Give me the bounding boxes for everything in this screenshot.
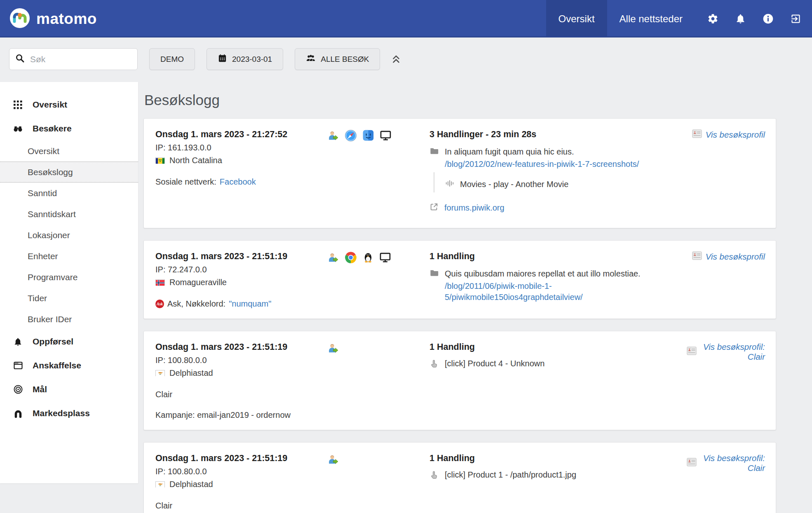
sidebar-item-sanntidskart[interactable]: Sanntidskart [0, 204, 138, 225]
visit-datetime: Onsdag 1. mars 2023 - 21:51:19 [155, 453, 326, 464]
marketplace-arch-icon [12, 408, 23, 418]
pageview-event: Quis quibusdam maiores repellat et aut i… [429, 268, 687, 303]
click-event-text: [click] Product 4 - Unknown [445, 359, 544, 368]
visitor-device-icons [326, 342, 429, 420]
sidebar-item-enheter[interactable]: Enheter [0, 246, 138, 267]
sidebar-item-label: Besøkslogg [28, 167, 73, 177]
visit-card: Onsdag 1. mars 2023 - 21:27:52 IP: 161.1… [143, 118, 776, 228]
sidebar-item-label: Markedsplass [33, 408, 90, 418]
returning-visitor-icon [326, 251, 339, 266]
sidebar-item-bruker-ider[interactable]: Bruker IDer [0, 309, 138, 330]
folder-icon [429, 146, 439, 158]
visit-info: Onsdag 1. mars 2023 - 21:51:19 IP: 72.24… [155, 251, 326, 309]
click-event-text: [click] Product 1 - /path/product1.jpg [445, 470, 576, 480]
sidebar-item-besokere-oversikt[interactable]: Oversikt [0, 141, 138, 162]
actions-summary: 1 Handling [429, 342, 687, 352]
tab-label: Alle nettsteder [620, 13, 683, 25]
external-link-icon [429, 202, 439, 213]
sidebar-item-label: Programvare [28, 272, 77, 282]
sidebar-item-oversikt[interactable]: Oversikt [0, 93, 138, 117]
visitor-device-icons [326, 453, 429, 513]
visit-info: Onsdag 1. mars 2023 - 21:51:19 IP: 100.8… [155, 453, 326, 513]
id-card-icon [687, 458, 697, 468]
visit-ip: IP: 100.80.0.0 [155, 356, 326, 365]
sidebar-item-label: Mål [33, 384, 47, 394]
sidebar-item-label: Anskaffelse [33, 361, 81, 370]
visit-referrer: Sosiale nettverk: Facebook [155, 177, 326, 187]
visitor-profile-label: Vis besøksprofil [706, 252, 765, 262]
returning-visitor-icon [326, 342, 339, 357]
sidebar-item-oppforsel[interactable]: Oppførsel [0, 330, 138, 354]
search-input[interactable] [30, 54, 131, 64]
settings-gear-icon[interactable] [707, 13, 718, 24]
site-selector-button[interactable]: DEMO [149, 48, 195, 70]
sidebar-item-programvare[interactable]: Programvare [0, 267, 138, 288]
visit-location: Delphiastad [169, 368, 213, 378]
pageview-url-link[interactable]: /blog/2012/02/new-features-in-piwik-1-7-… [445, 159, 639, 169]
visit-actions: 1 Handling [click] Product 1 - /path/pro… [429, 453, 687, 513]
visitor-profile-link[interactable]: Vis besøksprofil [692, 251, 765, 262]
collapse-chevrons-icon[interactable] [392, 54, 401, 64]
visit-actions: 1 Handling [click] Product 4 - Unknown [429, 342, 687, 420]
visit-profile: Vis besøksprofil [687, 251, 765, 309]
sidebar-item-label: Oversikt [28, 146, 59, 156]
sidebar-item-sanntid[interactable]: Sanntid [0, 183, 138, 204]
flag-norway-icon [155, 279, 165, 286]
notifications-bell-icon[interactable] [735, 13, 746, 24]
referrer-label: Sosiale nettverk: [155, 177, 216, 187]
date-range-button[interactable]: 2023-03-01 [207, 48, 283, 70]
sidebar-item-besokslogg[interactable]: Besøkslogg [0, 162, 138, 183]
visit-ip: IP: 161.193.0.0 [155, 143, 326, 152]
visit-profile: Vis besøksprofil: Clair [687, 342, 765, 420]
folder-icon [429, 268, 439, 280]
referrer-keyword-link[interactable]: "numquam" [229, 299, 271, 309]
top-navbar: matomo Oversikt Alle nettsteder [0, 0, 812, 37]
visit-user-id: Clair [155, 390, 326, 399]
visit-profile: Vis besøksprofil [687, 129, 765, 218]
sidebar-item-label: Enheter [28, 251, 58, 261]
search-box[interactable] [9, 48, 138, 70]
outlink-link[interactable]: forums.piwik.org [444, 203, 505, 213]
visit-actions: 3 Handlinger - 23 min 28s In aliquam fug… [429, 129, 687, 218]
visit-card: Onsdag 1. mars 2023 - 21:51:19 IP: 100.8… [143, 442, 776, 513]
calendar-icon [218, 54, 227, 65]
event-rail: Movies - play - Another Movie [434, 172, 687, 192]
binoculars-icon [12, 124, 23, 134]
visitor-profile-link[interactable]: Vis besøksprofil: Clair [687, 453, 765, 473]
sidebar-item-besokere[interactable]: Besøkere [0, 117, 138, 141]
safari-browser-icon [345, 129, 357, 144]
flag-cyprus-icon [155, 370, 165, 376]
info-icon[interactable] [763, 13, 774, 24]
visitors-group-icon [306, 53, 316, 65]
referrer-link[interactable]: Facebook [220, 177, 256, 187]
sidebar-item-tider[interactable]: Tider [0, 288, 138, 309]
returning-visitor-icon [326, 129, 339, 144]
visit-location: North Catalina [169, 156, 222, 165]
sidebar-item-markedsplass[interactable]: Markedsplass [0, 401, 138, 425]
pageview-url-link[interactable]: /blog/2011/06/piwik-mobile-1-5/piwikmobi… [445, 281, 583, 302]
actions-summary: 1 Handling [429, 453, 687, 464]
chrome-browser-icon [345, 251, 357, 266]
visit-datetime: Onsdag 1. mars 2023 - 21:51:19 [155, 342, 326, 352]
logout-icon[interactable] [790, 13, 801, 24]
matomo-logo-icon [10, 8, 30, 30]
visitor-profile-label: Vis besøksprofil: Clair [700, 342, 765, 362]
segment-selector-label: ALLE BESØK [321, 55, 369, 64]
desktop-monitor-icon [380, 129, 392, 143]
visitor-profile-link[interactable]: Vis besøksprofil: Clair [687, 342, 765, 362]
media-event: Movies - play - Another Movie [445, 179, 687, 190]
matomo-logo[interactable]: matomo [10, 8, 97, 30]
sidebar-item-anskaffelse[interactable]: Anskaffelse [0, 354, 138, 377]
tab-oversikt[interactable]: Oversikt [546, 0, 607, 37]
segment-selector-button[interactable]: ALLE BESØK [295, 48, 380, 70]
sidebar-item-lokasjoner[interactable]: Lokasjoner [0, 225, 138, 246]
tab-alle-nettsteder[interactable]: Alle nettsteder [607, 0, 695, 37]
pageview-title: In aliquam fugit quam quia hic eius. [445, 146, 639, 157]
visit-info: Onsdag 1. mars 2023 - 21:27:52 IP: 161.1… [155, 129, 326, 218]
sidebar-item-mal[interactable]: Mål [0, 377, 138, 401]
sidebar-item-label: Sanntidskart [28, 209, 76, 219]
visitor-profile-link[interactable]: Vis besøksprofil [692, 129, 765, 140]
sidebar-item-label: Sanntid [28, 188, 57, 198]
visit-campaign: Kampanje: email-jan2019 - ordernow [155, 410, 326, 420]
click-event: [click] Product 4 - Unknown [429, 359, 687, 370]
